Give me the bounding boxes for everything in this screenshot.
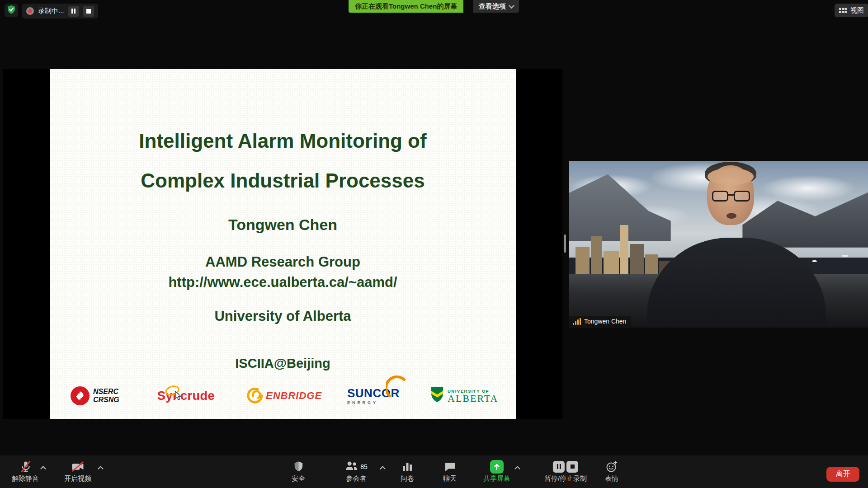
slide-title-line2: Complex Industrial Processes (50, 169, 516, 192)
viewing-screen-banner: 你正在观看Tongwen Chen的屏幕 (349, 0, 463, 13)
pause-icon (71, 9, 75, 14)
slide-research-group: AAMD Research Group (50, 254, 516, 270)
chat-button[interactable]: 聊天 (443, 455, 457, 488)
chevron-up-icon (98, 466, 104, 472)
record-dot-icon (26, 7, 34, 15)
security-label: 安全 (292, 474, 305, 483)
suncor-arc-icon (386, 373, 407, 399)
shared-screen-area: Intelligent Alarm Monitoring of Complex … (3, 69, 562, 419)
leave-button[interactable]: 离开 (826, 467, 859, 482)
participant-name-tag: Tongwen Chen (569, 316, 631, 327)
share-screen-label: 共享屏幕 (483, 474, 510, 483)
audio-options-caret[interactable] (41, 465, 45, 473)
suncor-logo: SUNCOR ENERGY (347, 380, 400, 412)
participants-icon (345, 460, 359, 474)
share-screen-button[interactable]: 共享屏幕 (483, 455, 510, 488)
unmute-button[interactable]: 解除静音 (12, 455, 39, 488)
participant-glasses (710, 191, 752, 202)
participants-label: 参会者 (346, 474, 366, 483)
chevron-up-icon (380, 466, 386, 472)
pause-stop-recording-button[interactable]: 暂停/停止录制 (544, 455, 587, 488)
mic-muted-icon (19, 460, 32, 474)
ualberta-shield-icon (430, 387, 444, 405)
start-video-label: 开启视频 (64, 474, 91, 483)
meeting-toolbar: 解除静音 开启视频 安全 85 参会者 (0, 455, 868, 488)
security-verified-badge[interactable] (5, 4, 18, 17)
university-of-alberta-logo: UNIVERSITY OF ALBERTA (430, 380, 498, 412)
stop-icon (566, 461, 578, 473)
suncor-energy-text: ENERGY (347, 400, 378, 405)
security-shield-icon (293, 460, 304, 474)
slide-venue: ISCIIA@Beijing (50, 356, 516, 371)
nserc-text-2: CRSNG (93, 396, 119, 404)
chat-label: 聊天 (443, 474, 457, 483)
ualberta-text-bottom: ALBERTA (448, 394, 498, 404)
participants-button[interactable]: 85 参会者 (345, 455, 368, 488)
syncrude-logo: Syncrude (157, 380, 215, 412)
chevron-up-icon (514, 466, 520, 472)
zoom-meeting-window: 录制中... 你正在观看Tongwen Chen的屏幕 查看选项 视图 Inte… (0, 0, 868, 488)
recording-controls-label: 暂停/停止录制 (544, 474, 587, 483)
stop-recording-button[interactable] (83, 6, 94, 17)
recording-label: 录制中... (38, 7, 64, 15)
view-button-label: 视图 (850, 6, 864, 15)
slide-affiliation: University of Alberta (50, 308, 516, 324)
shield-check-icon (6, 5, 16, 16)
view-options-button[interactable]: 查看选项 (473, 0, 519, 13)
stop-icon (86, 9, 91, 14)
participants-options-caret[interactable] (381, 465, 385, 473)
enbridge-swirl-icon (243, 384, 264, 408)
participant-video[interactable]: Tongwen Chen (569, 161, 868, 328)
audio-level-icon (573, 318, 581, 325)
pause-icon (553, 461, 565, 473)
security-button[interactable]: 安全 (292, 455, 305, 488)
pause-recording-button[interactable] (68, 6, 79, 17)
polls-label: 问卷 (401, 474, 414, 483)
unmute-label: 解除静音 (12, 474, 39, 483)
panel-resize-handle[interactable] (564, 235, 566, 253)
polls-icon (401, 460, 413, 474)
viewing-banner-text: 你正在观看Tongwen Chen的屏幕 (355, 2, 457, 11)
nserc-text-1: NSERC (93, 388, 118, 395)
slide-url: http://www.ece.ualberta.ca/~aamd/ (50, 274, 516, 291)
polls-button[interactable]: 问卷 (401, 455, 414, 488)
camera-off-icon (71, 460, 85, 474)
chat-icon (444, 460, 456, 474)
share-options-caret[interactable] (515, 465, 519, 473)
reactions-button[interactable]: 表情 (605, 455, 618, 488)
cursor-icon (175, 391, 183, 402)
participants-count: 85 (360, 463, 368, 470)
enbridge-text: ENBRIDGE (266, 390, 322, 402)
participant-mouth (726, 213, 736, 219)
slide-title-line1: Intelligent Alarm Monitoring of (50, 130, 516, 152)
reactions-label: 表情 (605, 474, 618, 483)
participant-forehead (708, 168, 754, 185)
view-options-label: 查看选项 (479, 2, 506, 11)
start-video-button[interactable]: 开启视频 (64, 455, 91, 488)
view-button[interactable]: 视图 (835, 4, 868, 17)
enbridge-logo: ENBRIDGE (243, 380, 322, 412)
chevron-down-icon (509, 3, 514, 9)
recording-indicator: 录制中... (22, 4, 98, 19)
slide-author: Tongwen Chen (50, 216, 516, 234)
grid-view-icon (839, 8, 847, 13)
nserc-logo: NSERCCRSNG (71, 380, 119, 412)
maple-leaf-icon (71, 386, 90, 405)
participant-name: Tongwen Chen (584, 318, 626, 325)
share-screen-icon (490, 460, 504, 474)
smiley-plus-icon (605, 460, 618, 474)
presentation-slide: Intelligent Alarm Monitoring of Complex … (50, 69, 516, 419)
video-options-caret[interactable] (99, 465, 103, 473)
chevron-up-icon (40, 466, 46, 472)
